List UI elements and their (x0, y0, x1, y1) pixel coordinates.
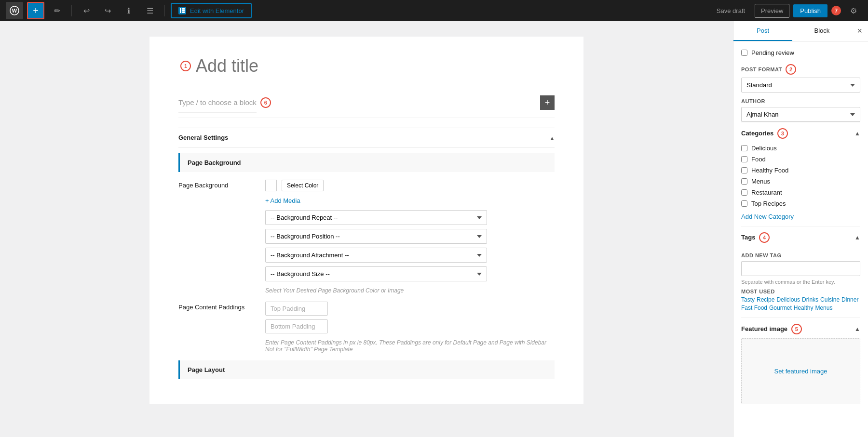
featured-image-section: Featured image 5 ▲ Set featured image (741, 318, 860, 410)
editor-inner: 1 Type / to choose a block 6 + General S… (149, 37, 583, 404)
featured-image-label-text: Featured image 5 (741, 324, 802, 334)
tag-hint: Separate with commas or the Enter key. (741, 279, 860, 285)
category-label-delicious: Delicious (751, 145, 777, 152)
featured-image-chevron: ▲ (854, 326, 860, 332)
toolbar-separator-1 (71, 5, 72, 16)
tag-link-healthy[interactable]: Healthy (794, 305, 814, 312)
category-item-delicious: Delicious (741, 143, 860, 154)
pending-review-checkbox[interactable] (741, 50, 747, 56)
post-title-input[interactable] (196, 56, 555, 76)
category-label-menus: Menus (751, 178, 770, 185)
featured-image-header[interactable]: Featured image 5 ▲ (741, 324, 860, 338)
page-layout-section: Page Layout (178, 360, 555, 379)
svg-rect-4 (182, 10, 185, 12)
set-featured-image-button[interactable]: Set featured image (741, 338, 860, 404)
tag-link-delicious[interactable]: Delicious (776, 296, 800, 304)
background-position-select[interactable]: -- Background Position -- (265, 229, 487, 244)
pending-review-label: Pending review (751, 49, 794, 56)
undo-button[interactable]: ↩ (78, 2, 95, 19)
tag-link-fast-food[interactable]: Fast Food (741, 305, 767, 312)
publish-button[interactable]: Publish (793, 4, 827, 17)
svg-rect-5 (182, 12, 185, 13)
add-block-inline-button[interactable]: + (540, 95, 555, 110)
category-item-restaurant: Restaurant (741, 187, 860, 198)
toolbar-separator-2 (164, 5, 165, 16)
post-format-select[interactable]: Standard (741, 78, 860, 93)
wp-logo[interactable]: W (6, 2, 23, 19)
tag-input-field[interactable] (741, 261, 860, 276)
tags-badge: 4 (759, 232, 770, 243)
category-label-top-recipes: Top Recipes (751, 200, 786, 207)
categories-chevron: ▲ (854, 130, 860, 137)
edit-with-elementor-button[interactable]: Edit with Elementor (171, 3, 252, 18)
page-background-section-label: Page Background (188, 159, 241, 166)
bottom-padding-input[interactable] (265, 319, 328, 333)
general-settings-header[interactable]: General Settings (178, 128, 555, 147)
toolbar: W + ✏ ↩ ↪ ℹ ☰ Edit with Elementor Save d… (0, 0, 868, 21)
tag-link-menus[interactable]: Menus (815, 305, 832, 312)
select-color-button[interactable]: Select Color (282, 180, 324, 191)
most-used-label: MOST USED (741, 289, 860, 294)
color-swatch[interactable] (265, 180, 277, 191)
add-new-tag-label: ADD NEW TAG (741, 252, 860, 258)
tab-block[interactable]: Block (792, 21, 851, 41)
save-draft-button[interactable]: Save draft (711, 4, 751, 17)
tags-list: Tasty ​ Recipe ​ Delicious ​ Drinks ​ Cu… (741, 296, 860, 312)
paddings-controls: Enter Page Content Paddings in px ie 80p… (265, 302, 555, 353)
info-button[interactable]: ℹ (120, 2, 137, 19)
category-checkbox-top-recipes[interactable] (741, 200, 747, 207)
page-background-label: Page Background (178, 180, 256, 189)
top-padding-input[interactable] (265, 302, 328, 316)
toolbar-right: Save draft Preview Publish 7 ⚙ (711, 2, 862, 19)
badge-1: 1 (180, 61, 191, 71)
tab-post[interactable]: Post (733, 21, 792, 41)
author-section: AUTHOR Ajmal Khan (741, 98, 860, 122)
close-sidebar-button[interactable]: × (852, 22, 868, 40)
badge-6: 6 (260, 97, 271, 108)
edit-elementor-label: Edit with Elementor (190, 7, 244, 14)
tag-link-tasty[interactable]: Tasty (741, 296, 755, 304)
settings-gear-icon[interactable]: ⚙ (845, 2, 862, 19)
post-format-section: POST FORMAT 2 Standard (741, 64, 860, 93)
category-checkbox-healthy-food[interactable] (741, 167, 747, 173)
tag-link-recipe[interactable]: Recipe (757, 296, 774, 304)
editor-area: 1 Type / to choose a block 6 + General S… (0, 21, 733, 437)
svg-rect-3 (182, 8, 185, 10)
categories-label-text: Categories 3 (741, 128, 788, 139)
edit-pencil-icon[interactable]: ✏ (48, 2, 66, 19)
block-placeholder-text[interactable]: Type / to choose a block (178, 93, 257, 113)
notifications-badge[interactable]: 7 (831, 6, 841, 15)
background-attachment-select[interactable]: -- Background Attachment -- (265, 248, 487, 263)
category-item-food: Food (741, 154, 860, 165)
background-hint: Select Your Desired Page Background Colo… (265, 287, 555, 294)
general-settings-label: General Settings (178, 134, 228, 141)
preview-button[interactable]: Preview (755, 4, 789, 18)
author-select[interactable]: Ajmal Khan (741, 107, 860, 122)
page-background-section: Page Background (178, 153, 555, 172)
add-media-button[interactable]: + Add Media (265, 195, 555, 206)
category-checkbox-restaurant[interactable] (741, 189, 747, 196)
tags-header[interactable]: Tags 4 ▲ (741, 232, 860, 247)
category-item-menus: Menus (741, 176, 860, 187)
tag-link-drinks[interactable]: Drinks (802, 296, 818, 304)
elementor-icon (178, 7, 186, 14)
list-view-button[interactable]: ☰ (141, 2, 159, 19)
category-checkbox-food[interactable] (741, 156, 747, 162)
category-item-healthy-food: Healthy Food (741, 165, 860, 176)
tag-link-dinner[interactable]: Dinner (841, 296, 858, 304)
category-checkbox-menus[interactable] (741, 178, 747, 185)
category-checkbox-delicious[interactable] (741, 145, 747, 151)
tag-link-gourmet[interactable]: Gourmet (769, 305, 792, 312)
categories-header[interactable]: Categories 3 ▲ (741, 128, 860, 143)
tag-link-cuisine[interactable]: Cuisine (820, 296, 840, 304)
page-background-controls: Select Color + Add Media -- Background R… (265, 180, 555, 294)
add-block-toolbar-button[interactable]: + (27, 2, 44, 19)
main-container: 1 Type / to choose a block 6 + General S… (0, 21, 868, 437)
redo-button[interactable]: ↪ (99, 2, 116, 19)
background-size-select[interactable]: -- Background Size -- (265, 266, 487, 281)
add-new-category-link[interactable]: Add New Category (741, 213, 860, 220)
tags-label-text: Tags 4 (741, 232, 770, 243)
background-repeat-select[interactable]: -- Background Repeat -- (265, 210, 487, 225)
tags-section: Tags 4 ▲ ADD NEW TAG Separate with comma… (741, 226, 860, 318)
page-content-paddings-row: Page Content Paddings Enter Page Content… (178, 302, 555, 353)
